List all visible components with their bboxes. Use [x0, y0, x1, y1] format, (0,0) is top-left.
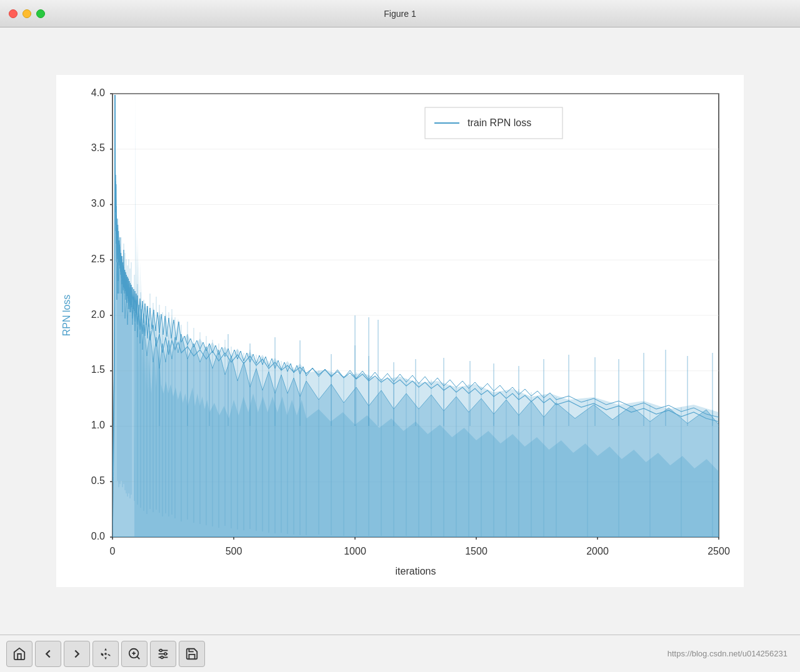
svg-text:3.0: 3.0	[91, 198, 105, 209]
pan-icon	[99, 647, 112, 661]
svg-text:2.5: 2.5	[91, 254, 105, 264]
svg-text:RPN loss: RPN loss	[61, 295, 72, 337]
settings-button[interactable]	[150, 641, 176, 667]
svg-line-146	[137, 656, 139, 659]
save-icon	[185, 647, 199, 661]
svg-text:0: 0	[110, 546, 116, 556]
svg-point-154	[161, 656, 163, 658]
window-title: Figure 1	[384, 9, 416, 19]
chart-svg: 0.0 0.5 1.0 1.5 2.0 2.5 3.0 3.5 4.0 0 50…	[56, 75, 744, 587]
svg-text:2000: 2000	[586, 546, 609, 556]
toolbar: https://blog.csdn.net/u014256231	[0, 635, 800, 672]
svg-text:1000: 1000	[344, 546, 366, 556]
svg-text:3.5: 3.5	[91, 142, 105, 153]
svg-text:0.0: 0.0	[91, 531, 105, 541]
svg-text:1.0: 1.0	[91, 420, 105, 430]
close-button[interactable]	[9, 9, 18, 18]
svg-text:iterations: iterations	[396, 566, 436, 576]
svg-text:1.5: 1.5	[91, 364, 105, 375]
svg-text:4.0: 4.0	[91, 87, 105, 98]
back-icon	[41, 647, 55, 661]
svg-point-152	[160, 649, 162, 651]
settings-icon	[156, 647, 170, 661]
titlebar: Figure 1	[0, 0, 800, 27]
main-content: 0.0 0.5 1.0 1.5 2.0 2.5 3.0 3.5 4.0 0 50…	[0, 27, 800, 635]
chart-container: 0.0 0.5 1.0 1.5 2.0 2.5 3.0 3.5 4.0 0 50…	[56, 75, 744, 587]
pan-button[interactable]	[92, 641, 119, 667]
toolbar-buttons	[6, 641, 205, 667]
legend-label: train RPN loss	[468, 117, 531, 128]
forward-icon	[70, 647, 84, 661]
home-icon	[12, 647, 26, 661]
svg-text:2.0: 2.0	[91, 309, 105, 320]
home-button[interactable]	[6, 641, 32, 667]
svg-text:1500: 1500	[465, 546, 488, 556]
svg-point-153	[164, 653, 167, 655]
maximize-button[interactable]	[36, 9, 45, 18]
forward-button[interactable]	[64, 641, 90, 667]
svg-text:0.5: 0.5	[91, 475, 105, 486]
svg-text:2500: 2500	[708, 546, 730, 556]
url-display: https://blog.csdn.net/u014256231	[668, 649, 794, 658]
titlebar-buttons	[9, 9, 45, 18]
zoom-button[interactable]	[121, 641, 148, 667]
save-button[interactable]	[179, 641, 205, 667]
minimize-button[interactable]	[22, 9, 31, 18]
svg-text:500: 500	[226, 546, 242, 556]
zoom-icon	[128, 647, 141, 661]
back-button[interactable]	[35, 641, 61, 667]
